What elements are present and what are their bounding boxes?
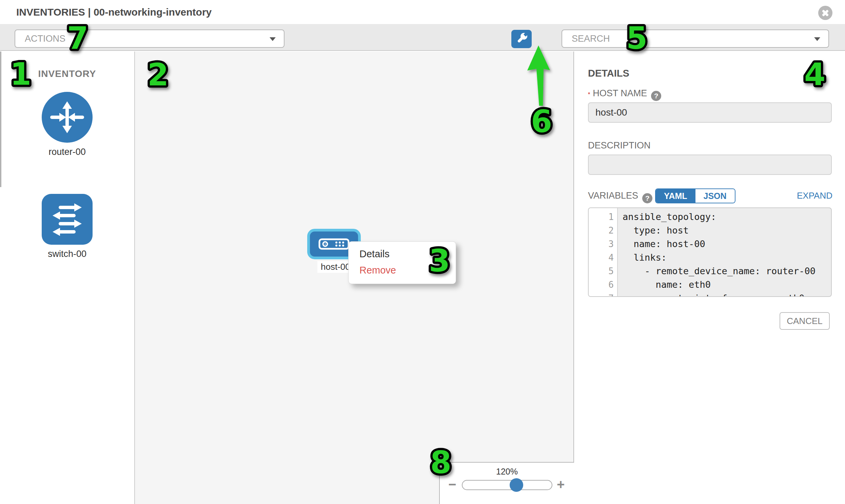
code-line: 3 name: host-00 [589, 237, 831, 251]
search-dropdown[interactable]: SEARCH [562, 30, 829, 48]
zoom-slider-thumb[interactable] [510, 478, 523, 492]
variables-editor[interactable]: 1ansible_topology: 2 type: host 3 name: … [588, 208, 832, 297]
context-menu: Details Remove [348, 241, 456, 284]
code-line: 6 name: eth0 [589, 278, 831, 291]
switch-label: switch-00 [0, 249, 134, 259]
router-label: router-00 [0, 147, 134, 157]
chevron-down-icon [814, 37, 820, 41]
header-bar: INVENTORIES | 00-networking-inventory [0, 0, 845, 24]
editor-lines: 1ansible_topology: 2 type: host 3 name: … [589, 210, 831, 297]
toolbar: ACTIONS SEARCH [0, 24, 845, 51]
zoom-in-button[interactable]: + [557, 478, 565, 491]
actions-placeholder: ACTIONS [25, 30, 66, 47]
context-menu-item-details[interactable]: Details [349, 246, 456, 262]
sidebar-item-switch[interactable]: switch-00 [0, 194, 134, 259]
host-name-field[interactable]: host-00 [588, 102, 832, 123]
help-icon[interactable]: ? [651, 91, 661, 101]
cancel-button[interactable]: CANCEL [779, 312, 830, 330]
details-panel: DETAILS *HOST NAME? host-00 DESCRIPTION … [577, 52, 845, 504]
topology-canvas[interactable]: host-00 Details Remove 120% − + [135, 52, 574, 504]
chevron-down-icon [269, 37, 276, 41]
expand-link[interactable]: EXPAND [577, 191, 832, 201]
description-label: DESCRIPTION [588, 140, 651, 151]
router-icon [42, 92, 92, 143]
zoom-widget: 120% − + [439, 462, 574, 504]
inventory-heading: INVENTORY [0, 69, 134, 79]
description-field[interactable] [588, 155, 832, 175]
zoom-percent: 120% [440, 467, 574, 476]
zoom-out-button[interactable]: − [448, 478, 456, 491]
sidebar-item-router[interactable]: router-00 [0, 92, 134, 157]
code-line: 5 - remote_device_name: router-00 [589, 264, 831, 278]
zoom-slider-track[interactable] [462, 480, 552, 490]
code-line: 2 type: host [589, 224, 831, 237]
host-name-row: *HOST NAME? [588, 88, 661, 101]
host-name-label: HOST NAME [593, 88, 647, 98]
tools-button[interactable] [511, 30, 532, 48]
context-menu-item-remove[interactable]: Remove [349, 262, 456, 278]
code-line: 4 links: [589, 251, 831, 264]
close-icon[interactable] [818, 6, 832, 20]
search-placeholder: SEARCH [572, 30, 610, 47]
switch-icon [42, 194, 92, 245]
code-line: 7 remote_interface_name: eth0 [589, 291, 831, 297]
code-line: 1ansible_topology: [589, 210, 831, 224]
actions-dropdown[interactable]: ACTIONS [15, 30, 284, 48]
required-asterisk: * [588, 91, 590, 97]
page-title: INVENTORIES | 00-networking-inventory [16, 0, 212, 24]
inventory-topology-app: INVENTORIES | 00-networking-inventory AC… [0, 0, 845, 504]
details-heading: DETAILS [588, 68, 629, 79]
inventory-sidebar: INVENTORY router-00 [0, 52, 135, 504]
wrench-icon [511, 30, 532, 48]
